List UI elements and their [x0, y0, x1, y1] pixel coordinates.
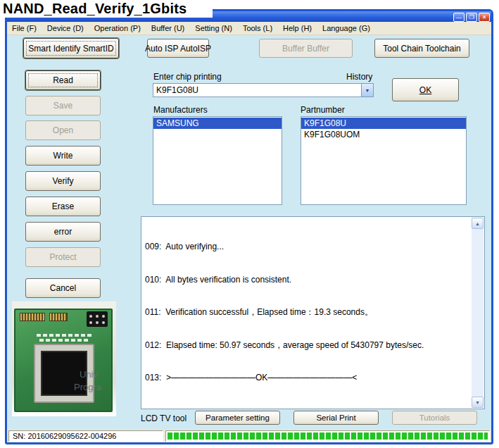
write-button[interactable]: Write: [25, 146, 101, 166]
chevron-down-icon[interactable]: ▼: [361, 84, 373, 97]
save-button: Save: [25, 96, 101, 116]
log-scrollbar[interactable]: ▲ ▼: [472, 218, 484, 408]
read-label: Read: [53, 75, 73, 85]
app-window: — ❐ ✕ File (F) Device (D) Operation (P) …: [5, 9, 493, 444]
menu-buffer[interactable]: Buffer (U): [151, 24, 184, 32]
ok-button[interactable]: OK: [392, 78, 459, 101]
log-output[interactable]: 009: Auto verifying... 010: All bytes ve…: [141, 216, 485, 409]
menu-tools[interactable]: Tools (L): [243, 24, 272, 32]
partnumber-label: Partnumber: [301, 105, 345, 115]
serial-number-text: SN: 20160629095622-004296: [8, 430, 163, 442]
serial-print-button[interactable]: Serial Print: [293, 411, 379, 425]
ok-label: OK: [419, 85, 431, 95]
erase-button[interactable]: Erase: [25, 197, 101, 216]
pcb-board: [14, 309, 113, 412]
parameter-setting-button[interactable]: Parameter setting: [195, 411, 280, 425]
menu-setting[interactable]: Setting (N): [195, 24, 232, 32]
cancel-button[interactable]: Cancel: [25, 278, 101, 298]
silkscreen-text: [39, 339, 89, 342]
error-button[interactable]: error: [25, 222, 101, 242]
buffer-button: Buffer Buffer: [259, 39, 353, 58]
scroll-up-icon[interactable]: ▲: [472, 218, 484, 229]
pin-header-icon: [49, 313, 68, 321]
open-button: Open: [25, 120, 101, 140]
menu-language[interactable]: Language (G): [322, 24, 370, 32]
auto-isp-button[interactable]: Auto ISP AutoISP: [147, 39, 209, 58]
log-line: 010: All bytes verification is consisten…: [145, 275, 469, 286]
scroll-down-icon[interactable]: ▼: [472, 397, 484, 408]
photo-watermark: Progra: [74, 382, 101, 392]
progress-bar: [168, 433, 488, 440]
minimize-icon[interactable]: —: [453, 13, 465, 22]
lcd-tv-label: LCD TV tool: [141, 413, 187, 423]
status-bar: SN: 20160629095622-004296: [7, 430, 491, 442]
log-line: 009: Auto verifying...: [145, 242, 469, 253]
list-item-partnumber[interactable]: K9F1G08UOM: [301, 129, 466, 140]
read-button[interactable]: Read: [25, 70, 101, 90]
menu-bar: File (F) Device (D) Operation (P) Buffer…: [7, 22, 491, 35]
progress-cell: [165, 430, 490, 442]
enter-chip-label: Enter chip printing: [153, 72, 222, 82]
page-title: NAND_Read_Verify_1Gbits: [0, 0, 213, 18]
log-line: 013: >——————————OK——————————<: [145, 373, 469, 384]
verify-button[interactable]: Verify: [25, 171, 101, 191]
list-item-partnumber[interactable]: K9F1G08U: [301, 118, 466, 129]
partnumber-list[interactable]: K9F1G08U K9F1G08UOM: [301, 116, 467, 205]
menu-operation[interactable]: Operation (P): [94, 24, 141, 32]
menu-help[interactable]: Help (H): [283, 24, 312, 32]
menu-device[interactable]: Device (D): [47, 24, 84, 32]
silkscreen-text: [37, 334, 93, 337]
list-item-manufacturer[interactable]: SAMSUNG: [153, 118, 282, 129]
history-label: History: [346, 72, 372, 82]
chip-combobox-value[interactable]: K9F1G08U: [153, 84, 361, 97]
smart-identify-button[interactable]: Smart Identify SmartID: [23, 38, 119, 58]
log-line: 014: Chip pins contact is detected OK.: [145, 406, 469, 407]
manufacturers-list[interactable]: SAMSUNG: [153, 116, 282, 205]
pin-header-icon: [20, 313, 45, 321]
manufacturers-label: Manufacturers: [153, 105, 208, 115]
tool-chain-button[interactable]: Tool Chain Toolchain: [374, 39, 469, 58]
chip-combobox[interactable]: K9F1G08U ▼: [153, 83, 374, 97]
programmer-photo: Univ Progra: [12, 301, 116, 416]
close-icon[interactable]: ✕: [479, 13, 490, 22]
smart-identify-label: Smart Identify SmartID: [28, 44, 113, 54]
connector-icon: [87, 311, 108, 327]
menu-file[interactable]: File (F): [12, 24, 37, 32]
log-line: 011: Verification successful，Elapsed tim…: [145, 307, 469, 318]
maximize-icon[interactable]: ❐: [466, 13, 477, 22]
log-lines: 009: Auto verifying... 010: All bytes ve…: [145, 220, 469, 406]
protect-button: Protect: [25, 247, 101, 267]
photo-watermark: Univ: [80, 369, 98, 380]
log-line: 012: Elapsed time: 50.97 seconds，average…: [145, 340, 469, 351]
tutorials-button: Tutorials: [392, 411, 477, 425]
